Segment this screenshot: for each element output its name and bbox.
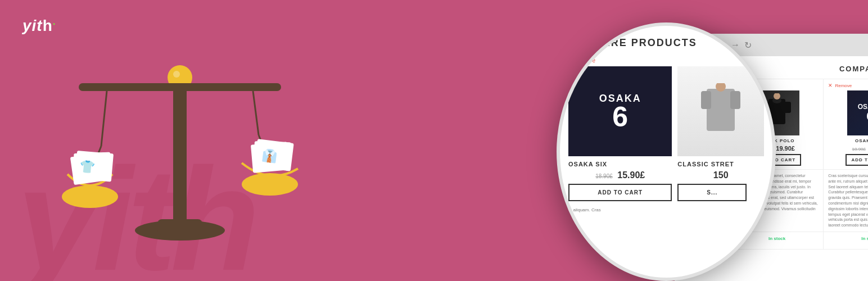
mag-price-classic: 150 [677, 170, 764, 180]
svg-point-4 [173, 71, 180, 78]
svg-rect-22 [783, 102, 791, 113]
desc-text-osaka-six: Cras scelerisque cursus erat in aliquam.… [828, 173, 868, 228]
browser-wrapper: ← → ↻ COMPARE PRODUCTS ✕ Remove [337, 17, 765, 270]
price-old-osaka-six: 18.90£ [852, 147, 866, 152]
product-image-osaka-six: OSAKA6 [847, 90, 868, 135]
product-price-osaka-six: 18.90£ 15.90£ [828, 145, 868, 152]
mag-image-classic [677, 66, 764, 156]
refresh-button[interactable]: ↻ [744, 40, 752, 51]
mag-set-options-classic[interactable]: S... [677, 184, 747, 201]
scale-illustration: 👕 👔 [34, 34, 326, 270]
svg-point-11 [242, 173, 298, 196]
svg-rect-0 [173, 79, 187, 225]
mag-price-new-classic: 150 [713, 170, 729, 180]
mag-image-osaka: OSAKA 6 [568, 66, 672, 156]
yith-logo: yith● [22, 17, 56, 35]
svg-point-10 [62, 185, 118, 208]
mag-remove-osaka[interactable]: ✕ Remove [568, 57, 672, 64]
desc-osaka-six: Cras scelerisque cursus erat in aliquam.… [824, 170, 868, 232]
svg-line-6 [101, 91, 107, 146]
product-col-osaka-six: ✕ Remove OSAKA6 OSAKA SIX 18.90£ 15.90£ … [824, 79, 868, 169]
remove-osaka-six[interactable]: ✕ Remove [828, 83, 868, 88]
price-new-black-polo: 19.90£ [776, 145, 795, 152]
svg-text:👕: 👕 [79, 158, 96, 175]
svg-rect-5 [79, 83, 281, 91]
magnifier: COMPARE PRODUCTS ✕ Remove OSAKA 6 OSAKA … [557, 22, 776, 281]
mag-price-new-osaka: 15.90£ [617, 170, 645, 180]
stock-black-polo: In stock [768, 236, 785, 241]
magnifier-products-row: ✕ Remove OSAKA 6 OSAKA SIX 18.90£ 15.90£… [568, 57, 764, 201]
svg-rect-34 [701, 91, 711, 109]
mag-name-classic: CLASSIC STRET [677, 161, 764, 167]
add-to-cart-osaka-six[interactable]: ADD TO CART [846, 154, 868, 166]
mag-product-osaka: ✕ Remove OSAKA 6 OSAKA SIX 18.90£ 15.90£… [568, 57, 672, 201]
mag-name-osaka: OSAKA SIX [568, 161, 672, 167]
mag-price-old-osaka: 18.90£ [595, 173, 613, 179]
avail-osaka-six: In stock [824, 232, 868, 249]
svg-line-8 [253, 91, 259, 135]
svg-rect-35 [730, 91, 740, 109]
magnifier-content: COMPARE PRODUCTS ✕ Remove OSAKA 6 OSAKA … [560, 26, 772, 278]
svg-rect-2 [157, 219, 202, 235]
product-name-osaka-six: OSAKA SIX [828, 138, 868, 143]
mag-product-classic: ✕ Remove CLASSIC STRET 150 S... [677, 57, 764, 201]
mag-desc-text: la aliquam. Cras [568, 207, 764, 213]
mag-add-cart-osaka[interactable]: ADD TO CART [568, 184, 672, 201]
mag-price-osaka: 18.90£ 15.90£ [568, 170, 672, 180]
stock-osaka-six: In stock [861, 236, 868, 241]
svg-text:👔: 👔 [261, 147, 279, 164]
